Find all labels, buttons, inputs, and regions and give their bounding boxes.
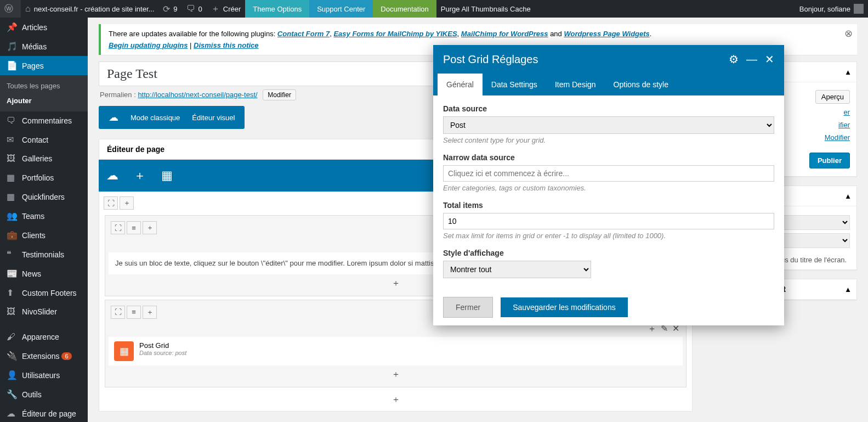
menu-tools[interactable]: 🔧Outils — [0, 385, 88, 404]
publish-button[interactable]: Publier — [809, 153, 850, 168]
gear-icon[interactable]: ⚙ — [729, 53, 739, 66]
menu-teams[interactable]: 👥Teams — [0, 206, 88, 226]
comment-icon: 🗨 — [186, 4, 195, 14]
menu-articles[interactable]: 📌Articles — [0, 18, 88, 37]
drag-icon[interactable]: ≡ — [127, 221, 141, 234]
plugin-icon: 🔌 — [7, 351, 18, 361]
modifier-link-2[interactable]: ifier — [838, 121, 850, 129]
close-icon[interactable]: ⊗ — [844, 27, 853, 40]
add-element-icon[interactable]: ＋ — [134, 167, 146, 184]
close-icon[interactable]: ✕ — [765, 53, 774, 66]
support-center-button[interactable]: Support Center — [309, 0, 373, 18]
plugin-link-2[interactable]: Easy Forms for MailChimp by YIKES — [333, 30, 457, 38]
menu-contact[interactable]: ✉Contact — [0, 130, 88, 149]
purge-cache[interactable]: Purge All Thumbnails Cache — [436, 0, 535, 18]
plugin-update-badge: 6 — [61, 352, 71, 360]
wrench-icon: 🔧 — [7, 389, 18, 400]
preview-button[interactable]: Aperçu — [815, 90, 850, 104]
menu-users[interactable]: 👤Utilisateurs — [0, 365, 88, 385]
user-greeting[interactable]: Bonjour, sofiane — [795, 0, 868, 18]
menu-comments[interactable]: 🗨Commentaires — [0, 111, 88, 130]
classic-mode-tab[interactable]: Mode classique — [131, 114, 180, 122]
site-name[interactable]: ⌂next-conseil.fr - création de site inte… — [21, 0, 158, 18]
menu-news[interactable]: 📰News — [0, 264, 88, 283]
save-button[interactable]: Sauvegarder les modifications — [501, 297, 628, 317]
drag-icon[interactable]: ≡ — [127, 306, 141, 319]
permalink-url[interactable]: http://localhost/next-conseil/page-test/ — [138, 91, 257, 99]
add-icon[interactable]: ＋ — [143, 306, 157, 319]
templates-icon[interactable]: ▦ — [161, 168, 173, 183]
edit-permalink-button[interactable]: Modifier — [263, 89, 296, 100]
comment-icon: 🗨 — [7, 116, 18, 126]
create-label: Créer — [223, 5, 241, 13]
add-icon[interactable]: ＋ — [392, 395, 400, 404]
visual-editor-tab[interactable]: Éditeur visuel — [192, 114, 235, 122]
total-items-input[interactable] — [443, 213, 774, 229]
toggle-icon[interactable]: ▴ — [846, 67, 850, 76]
menu-plugins[interactable]: 🔌Extensions6 — [0, 346, 88, 365]
image-icon: 🖼 — [7, 307, 18, 317]
display-style-select[interactable]: Montrer tout — [443, 261, 591, 278]
add-icon[interactable]: ＋ — [143, 221, 157, 234]
wp-logo[interactable]: ⓦ — [0, 0, 21, 18]
menu-clients[interactable]: 💼Clients — [0, 226, 88, 245]
narrow-label: Narrow data source — [443, 153, 774, 162]
pin-icon: 📌 — [7, 22, 18, 32]
plugin-link-1[interactable]: Contact Form 7 — [277, 30, 330, 38]
toggle-icon[interactable]: ▴ — [846, 192, 850, 200]
users-icon: 👥 — [7, 211, 18, 221]
fullscreen-icon[interactable]: ⛶ — [104, 196, 118, 210]
menu-custom-footers[interactable]: ⬆Custom Footers — [0, 283, 88, 302]
narrow-input[interactable] — [443, 165, 774, 182]
close-button[interactable]: Fermer — [443, 297, 493, 318]
greeting-text: Bonjour, sofiane — [799, 5, 850, 13]
tab-item-design[interactable]: Item Design — [546, 74, 605, 95]
menu-quickfinders[interactable]: ▦Quickfinders — [0, 187, 88, 206]
menu-nivoslider[interactable]: 🖼NivoSlider — [0, 302, 88, 321]
new-content[interactable]: ＋Créer — [207, 0, 246, 18]
add-icon[interactable]: ＋ — [120, 196, 134, 210]
admin-toolbar: ⓦ ⌂next-conseil.fr - création de site in… — [0, 0, 868, 18]
menu-appearance[interactable]: 🖌Apparence — [0, 328, 88, 346]
post-grid-element[interactable]: ▦ Post Grid Data source: post — [109, 337, 683, 365]
submenu-all-pages[interactable]: Toutes les pages — [0, 78, 88, 93]
media-icon: 🎵 — [7, 41, 18, 52]
modifier-link-3[interactable]: Modifier — [825, 133, 850, 142]
menu-page-editor[interactable]: ☁Éditeur de page — [0, 404, 88, 422]
grid-icon: ▦ — [114, 341, 134, 361]
dismiss-notice-link[interactable]: Dismiss this notice — [194, 41, 258, 49]
submenu-add-page[interactable]: Ajouter — [0, 93, 88, 108]
documentation-button[interactable]: Documentation — [373, 0, 436, 18]
plugin-link-3[interactable]: MailChimp for WordPress — [461, 30, 548, 38]
data-source-select[interactable]: Post — [443, 116, 774, 134]
menu-testimonials[interactable]: ❝Testimonials — [0, 245, 88, 264]
add-icon[interactable]: ＋ — [392, 278, 400, 288]
narrow-help: Enter categories, tags or custom taxonom… — [443, 184, 774, 192]
data-source-help: Select content type for your grid. — [443, 136, 774, 144]
modifier-link-1[interactable]: er — [843, 108, 850, 116]
tab-general[interactable]: Général — [438, 74, 483, 95]
add-icon[interactable]: ＋ — [392, 369, 400, 379]
fullscreen-icon[interactable]: ⛶ — [111, 221, 125, 234]
menu-portfolios[interactable]: ▦Portfolios — [0, 168, 88, 187]
toggle-icon[interactable]: ▴ — [846, 285, 850, 294]
comments[interactable]: 🗨0 — [182, 0, 207, 18]
post-grid-settings-modal: Post Grid Réglages ⚙ — ✕ Général Data Se… — [433, 45, 784, 325]
cloud-icon[interactable]: ☁ — [106, 168, 118, 183]
updates[interactable]: ⟳9 — [158, 0, 181, 18]
begin-updating-link[interactable]: Begin updating plugins — [109, 41, 188, 49]
theme-options-button[interactable]: Theme Options — [245, 0, 309, 18]
page-icon: 📄 — [7, 60, 18, 71]
tab-style-options[interactable]: Options de style — [605, 74, 677, 95]
total-items-help: Set max limit for items in grid or enter… — [443, 232, 774, 240]
menu-medias[interactable]: 🎵Médias — [0, 37, 88, 56]
modal-tabs: Général Data Settings Item Design Option… — [433, 74, 784, 95]
plugin-link-4[interactable]: Wordpress Page Widgets — [564, 30, 649, 38]
minimize-icon[interactable]: — — [746, 53, 757, 66]
fullscreen-icon[interactable]: ⛶ — [111, 306, 125, 319]
element-meta: Data source: post — [139, 350, 186, 356]
tab-data-settings[interactable]: Data Settings — [483, 74, 546, 95]
menu-pages[interactable]: 📄Pages — [0, 56, 88, 75]
editor-mode-tabs: ☁ Mode classique Éditeur visuel — [99, 106, 245, 129]
menu-galleries[interactable]: 🖼Galleries — [0, 149, 88, 168]
